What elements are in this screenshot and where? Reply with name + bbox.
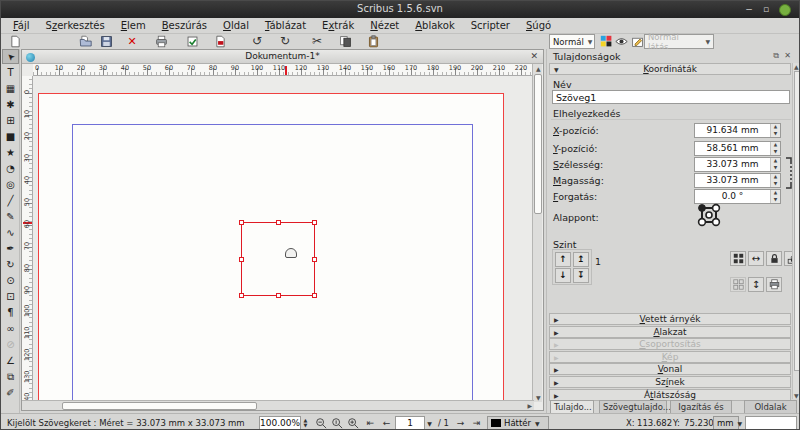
- menu-sg[interactable]: Súgó: [518, 19, 559, 32]
- tool-insert-render-frame[interactable]: ✱: [2, 97, 19, 112]
- selected-text-frame[interactable]: [241, 222, 315, 296]
- name-input[interactable]: Szöveg1: [552, 90, 790, 104]
- tool-rotate-item[interactable]: ↻: [2, 257, 19, 272]
- canvas[interactable]: [33, 76, 534, 402]
- spin-down-icon[interactable]: ▼: [771, 165, 780, 172]
- resize-handle[interactable]: [312, 293, 317, 298]
- vertical-ruler[interactable]: 0102030405060708090100110120130140: [22, 76, 33, 402]
- enable-printing-button[interactable]: [766, 277, 782, 292]
- spin-down-icon[interactable]: ▼: [771, 149, 780, 156]
- field-width-input[interactable]: 33.073 mm▲▼: [694, 157, 781, 172]
- resize-handle[interactable]: [239, 257, 244, 262]
- tab-align-distribute[interactable]: Igazítás és e...: [670, 400, 732, 413]
- resize-handle[interactable]: [239, 220, 244, 225]
- previous-page-button[interactable]: ←: [379, 416, 394, 430]
- level-up-button[interactable]: ↑: [555, 252, 571, 267]
- vertical-scrollbar[interactable]: ▲ ▼: [532, 64, 542, 402]
- new-document-button[interactable]: [7, 34, 23, 49]
- tool-edit-text-story-editor[interactable]: ¶: [2, 305, 19, 320]
- section-line[interactable]: ▶Vonal: [549, 363, 791, 375]
- level-to-bottom-button[interactable]: ↧: [573, 268, 589, 283]
- scroll-up-icon[interactable]: ▲: [794, 63, 799, 70]
- zoom-out-button[interactable]: [313, 416, 328, 430]
- tool-measurements[interactable]: ∠: [2, 353, 19, 368]
- tool-select-item[interactable]: ➤: [2, 49, 19, 64]
- menu-beszrs[interactable]: Beszúrás: [154, 19, 215, 32]
- first-page-button[interactable]: ⇤: [363, 416, 378, 430]
- tool-color-picker[interactable]: ✐: [2, 385, 19, 400]
- zoom-100-button[interactable]: [329, 416, 344, 430]
- tool-insert-polygon[interactable]: ★: [2, 145, 19, 160]
- flip-vertical-button[interactable]: ↕: [748, 277, 764, 292]
- menu-szerkeszts[interactable]: Szerkesztés: [38, 19, 113, 32]
- page-number-field[interactable]: 1: [395, 416, 425, 430]
- spin-buttons[interactable]: ▲▼: [770, 142, 780, 155]
- next-page-button[interactable]: →: [453, 416, 468, 430]
- tool-insert-spiral[interactable]: ◎: [2, 177, 19, 192]
- close-document-button[interactable]: ✕: [124, 34, 140, 49]
- tool-insert-shape[interactable]: ■: [2, 129, 19, 144]
- section-shape[interactable]: ▶Alakzat: [549, 326, 791, 338]
- save-document-button[interactable]: [98, 34, 114, 49]
- document-title-bar[interactable]: Dokumentum-1* ✕: [22, 50, 543, 64]
- resize-handle[interactable]: [239, 293, 244, 298]
- tool-insert-table[interactable]: ⊞: [2, 113, 19, 128]
- unit-combo[interactable]: mm ▼: [713, 416, 739, 430]
- page-number-dropdown[interactable]: ▼: [425, 416, 434, 430]
- level-to-top-button[interactable]: ↥: [573, 252, 589, 267]
- flip-horizontal-button[interactable]: ↔: [748, 251, 764, 266]
- horizontal-ruler[interactable]: 0102030405060708090100110120130140150160…: [33, 64, 534, 76]
- spin-down-icon[interactable]: ▼: [771, 181, 780, 188]
- maximize-button[interactable]: ▫: [760, 4, 772, 15]
- preflight-verifier-button[interactable]: [184, 34, 200, 49]
- scroll-right-icon[interactable]: ▶: [527, 402, 532, 409]
- level-down-button[interactable]: ↓: [555, 268, 571, 283]
- menu-tblzat[interactable]: Táblázat: [257, 19, 314, 32]
- paste-button[interactable]: [365, 34, 381, 49]
- menu-ablakok[interactable]: Ablakok: [407, 19, 462, 32]
- tool-insert-arc[interactable]: ◔: [2, 161, 19, 176]
- zoom-in-button[interactable]: [345, 416, 360, 430]
- panel-close-icon[interactable]: ✕: [784, 51, 791, 60]
- resize-handle[interactable]: [276, 293, 281, 298]
- vertical-scroll-thumb[interactable]: [534, 74, 542, 214]
- section-drop-shadow[interactable]: ▶Vetett árnyék: [549, 313, 791, 325]
- close-button[interactable]: [779, 4, 791, 16]
- tool-insert-freehand-line[interactable]: ∿: [2, 225, 19, 240]
- spin-buttons[interactable]: ▲▼: [770, 174, 780, 187]
- cut-button[interactable]: ✂: [309, 34, 325, 49]
- menu-extrk[interactable]: Extrák: [314, 19, 362, 32]
- field-height-input[interactable]: 33.073 mm▲▼: [694, 173, 781, 188]
- tool-insert-line[interactable]: ╱: [2, 193, 19, 208]
- tool-insert-image-frame[interactable]: ▦: [2, 81, 19, 96]
- menu-elem[interactable]: Elem: [113, 19, 154, 32]
- spin-buttons[interactable]: ▲▼: [770, 158, 780, 171]
- spin-down-icon[interactable]: ▼: [771, 197, 780, 204]
- spin-down-icon[interactable]: ▼: [771, 131, 780, 138]
- section-colors[interactable]: ▶Színek: [549, 376, 791, 388]
- scroll-down-icon[interactable]: ▼: [536, 394, 541, 401]
- zoom-spin-buttons[interactable]: ▲▼: [301, 416, 310, 430]
- horizontal-scrollbar[interactable]: ▶: [22, 400, 534, 410]
- export-pdf-button[interactable]: [212, 34, 228, 49]
- tool-link-text-frames[interactable]: ∞: [2, 321, 19, 336]
- spin-buttons[interactable]: ▲▼: [770, 124, 780, 137]
- tab-text-properties[interactable]: Szövegtulajdo...: [599, 400, 667, 413]
- open-document-button[interactable]: [77, 34, 93, 49]
- zoom-level-field[interactable]: 100.00%: [259, 416, 301, 430]
- tool-copy-item-properties[interactable]: ⧉: [2, 369, 19, 384]
- undo-button[interactable]: ↺: [249, 34, 265, 49]
- scroll-down-icon[interactable]: ▼: [794, 392, 799, 399]
- section-coordinates[interactable]: ▼ Koordináták: [549, 63, 791, 75]
- field-y-position-input[interactable]: 58.561 mm▲▼: [694, 141, 781, 156]
- tab-arrange-pages[interactable]: Oldalak ren...: [744, 400, 797, 413]
- resize-handle[interactable]: [276, 220, 281, 225]
- scroll-up-icon[interactable]: ▲: [536, 65, 541, 72]
- menu-oldal[interactable]: Oldal: [215, 19, 257, 32]
- tool-insert-calligraphic-line[interactable]: ✒: [2, 241, 19, 256]
- spin-buttons[interactable]: ▲▼: [770, 190, 780, 203]
- redo-button[interactable]: ↻: [277, 34, 293, 49]
- panel-scroll-thumb[interactable]: [794, 71, 800, 371]
- panel-float-icon[interactable]: ⧉: [773, 51, 779, 61]
- tab-properties[interactable]: Tulajdo...: [550, 400, 594, 413]
